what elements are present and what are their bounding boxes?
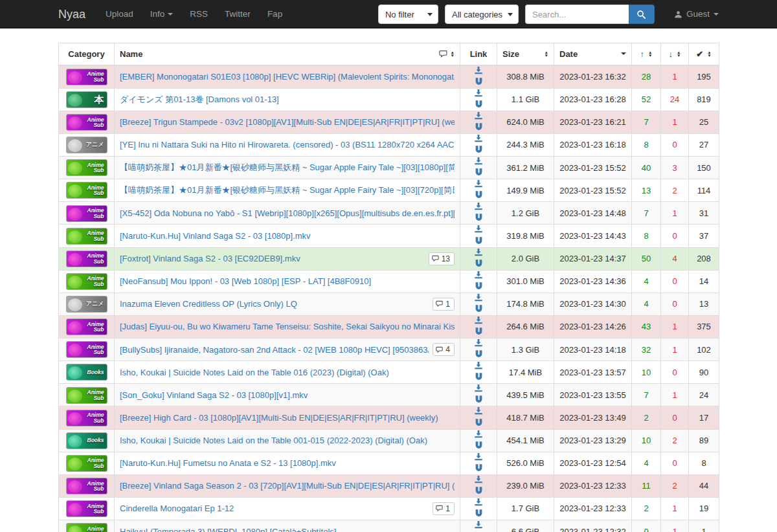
torrent-name-link[interactable]: [Breeze] Trigun Stampede - 03v2 [1080p][… bbox=[120, 117, 455, 127]
header-size[interactable]: Size▲▼ bbox=[497, 43, 554, 65]
torrent-name-link[interactable]: Isho, Koukai | Suicide Notes Laid on the… bbox=[120, 368, 455, 377]
magnet-icon[interactable] bbox=[475, 259, 483, 270]
comments-badge[interactable]: 13 bbox=[429, 252, 455, 265]
category-icon-anime-english[interactable]: Anime Sub bbox=[66, 341, 107, 358]
download-icon[interactable] bbox=[474, 520, 483, 531]
category-icon-anime-english[interactable]: Anime Sub bbox=[66, 250, 107, 267]
torrent-name-link[interactable]: ダイモンズ 第01-13巻 [Damons vol 01-13] bbox=[120, 94, 455, 105]
category-icon-anime-raw[interactable]: アニメ bbox=[66, 137, 107, 153]
magnet-icon[interactable] bbox=[475, 463, 483, 474]
comments-badge[interactable]: 1 bbox=[433, 298, 455, 311]
torrent-name-link[interactable]: Inazuma Eleven Creditless OP (Lyrics Onl… bbox=[120, 299, 429, 309]
nav-link-info[interactable]: Info bbox=[142, 0, 182, 28]
magnet-icon[interactable] bbox=[475, 441, 483, 452]
torrent-name-link[interactable]: [Son_Goku] Vinland Saga S2 - 03 [1080p][… bbox=[120, 390, 455, 400]
magnet-icon[interactable] bbox=[475, 486, 483, 497]
torrent-name-link[interactable]: Haikyu! (Temporada 3) [WEBDL 1080p] [Cat… bbox=[120, 527, 455, 532]
nav-link-fap[interactable]: Fap bbox=[259, 0, 291, 28]
header-category[interactable]: Category bbox=[59, 43, 115, 65]
category-icon-anime-raw[interactable]: アニメ bbox=[66, 296, 107, 313]
download-icon[interactable] bbox=[474, 361, 483, 372]
download-icon[interactable] bbox=[474, 338, 483, 349]
download-icon[interactable] bbox=[474, 498, 483, 509]
download-icon[interactable] bbox=[474, 293, 483, 304]
category-icon-anime-english[interactable]: Anime Sub bbox=[66, 69, 107, 85]
category-icon-anime-english[interactable]: Anime Sub bbox=[66, 318, 107, 335]
download-icon[interactable] bbox=[474, 66, 483, 77]
header-downloads[interactable]: ✔▲▼ bbox=[689, 43, 719, 65]
user-menu[interactable]: Guest bbox=[674, 0, 719, 28]
category-icon-anime-english[interactable]: Anime Sub bbox=[66, 478, 107, 494]
torrent-name-link[interactable]: [X5-452] Oda Nobuna no Yabō - S1 [Webrip… bbox=[120, 208, 455, 218]
magnet-icon[interactable] bbox=[475, 327, 483, 338]
magnet-icon[interactable] bbox=[475, 145, 483, 156]
filter-select[interactable]: No filter bbox=[378, 5, 438, 24]
download-icon[interactable] bbox=[474, 452, 483, 463]
torrent-name-link[interactable]: [Foxtrot] Vinland Saga S2 - 03 [EC92DEB9… bbox=[120, 254, 425, 263]
torrent-name-link[interactable]: [YE] Inu ni Nattara Suki na Hito ni Hiro… bbox=[120, 140, 455, 150]
category-icon-literature-english[interactable]: Books bbox=[66, 364, 107, 381]
category-icon-anime-nonenglish[interactable]: Anime Sub bbox=[66, 228, 107, 245]
magnet-icon[interactable] bbox=[475, 372, 483, 383]
nav-link-rss[interactable]: RSS bbox=[181, 0, 216, 28]
download-icon[interactable] bbox=[474, 316, 483, 327]
torrent-name-link[interactable]: 【喵萌奶茶屋】★01月新番★[银砂糖师与黑妖精 ~ Sugar Apple Fa… bbox=[120, 162, 455, 173]
magnet-icon[interactable] bbox=[475, 236, 483, 247]
download-icon[interactable] bbox=[474, 384, 483, 395]
magnet-icon[interactable] bbox=[475, 349, 483, 360]
magnet-icon[interactable] bbox=[475, 304, 483, 315]
category-icon-anime-nonenglish[interactable]: Anime Sub bbox=[66, 523, 107, 532]
magnet-icon[interactable] bbox=[475, 122, 483, 133]
download-icon[interactable] bbox=[474, 248, 483, 259]
category-icon-anime-english[interactable]: Anime Sub bbox=[66, 410, 107, 427]
torrent-name-link[interactable]: [Breeze] High Card - 03 [1080p][AV1][Mul… bbox=[120, 413, 455, 423]
header-seeders[interactable]: ↑▲▼ bbox=[632, 43, 661, 65]
category-icon-anime-nonenglish[interactable]: Anime Sub bbox=[66, 387, 107, 404]
download-icon[interactable] bbox=[474, 157, 483, 168]
category-icon-anime-nonenglish[interactable]: Anime Sub bbox=[66, 273, 107, 290]
search-button[interactable] bbox=[629, 5, 655, 24]
magnet-icon[interactable] bbox=[475, 100, 483, 111]
torrent-name-link[interactable]: Isho, Koukai | Suicide Notes Laid on the… bbox=[120, 436, 455, 445]
category-icon-literature-japanese[interactable]: 本 bbox=[66, 91, 107, 108]
category-icon-anime-english[interactable]: Anime Sub bbox=[66, 205, 107, 222]
nav-link-upload[interactable]: Upload bbox=[97, 0, 142, 28]
torrent-name-link[interactable]: [Naruto-Kun.Hu] Fumetsu no Anata e S2 - … bbox=[120, 458, 455, 468]
magnet-icon[interactable] bbox=[475, 77, 483, 88]
magnet-icon[interactable] bbox=[475, 190, 483, 201]
torrent-name-link[interactable]: [NeoFansub] Mou Ippon! - 03 [Web 1080p] … bbox=[120, 276, 455, 286]
download-icon[interactable] bbox=[474, 406, 483, 417]
magnet-icon[interactable] bbox=[475, 509, 483, 520]
magnet-icon[interactable] bbox=[475, 395, 483, 406]
category-icon-anime-nonenglish[interactable]: Anime Sub bbox=[66, 455, 107, 472]
download-icon[interactable] bbox=[474, 179, 483, 190]
category-icon-anime-english[interactable]: Anime Sub bbox=[66, 500, 107, 517]
download-icon[interactable] bbox=[474, 225, 483, 236]
search-input[interactable] bbox=[525, 5, 629, 24]
download-icon[interactable] bbox=[474, 134, 483, 145]
comments-badge[interactable]: 1 bbox=[433, 502, 455, 515]
torrent-name-link[interactable]: 【喵萌奶茶屋】★01月新番★[银砂糖师与黑妖精 ~ Sugar Apple Fa… bbox=[120, 184, 455, 196]
category-icon-anime-nonenglish[interactable]: Anime Sub bbox=[66, 159, 107, 176]
header-date[interactable]: Date bbox=[554, 43, 632, 65]
torrent-name-link[interactable]: Cinderella Monogatari Ep 1-12 bbox=[120, 504, 429, 513]
torrent-name-link[interactable]: [Naruto-Kun.Hu] Vinland Saga S2 - 03 [10… bbox=[120, 231, 455, 241]
download-icon[interactable] bbox=[474, 89, 483, 100]
magnet-icon[interactable] bbox=[475, 213, 483, 224]
torrent-name-link[interactable]: [Breeze] Vinland Saga Season 2 - 03 [720… bbox=[120, 481, 455, 491]
header-name[interactable]: Name ▲▼ bbox=[115, 43, 460, 65]
download-icon[interactable] bbox=[474, 111, 483, 122]
nav-link-twitter[interactable]: Twitter bbox=[216, 0, 259, 28]
download-icon[interactable] bbox=[474, 475, 483, 486]
download-icon[interactable] bbox=[474, 430, 483, 441]
header-leechers[interactable]: ↓▲▼ bbox=[661, 43, 689, 65]
category-icon-anime-english[interactable]: Anime Sub bbox=[66, 114, 107, 131]
download-icon[interactable] bbox=[474, 202, 483, 213]
magnet-icon[interactable] bbox=[475, 282, 483, 293]
comments-badge[interactable]: 4 bbox=[433, 343, 455, 356]
category-icon-literature-english[interactable]: Books bbox=[66, 432, 107, 449]
torrent-name-link[interactable]: [EMBER] Mononogatari S01E03 [1080p] [HEV… bbox=[120, 72, 455, 82]
category-select[interactable]: All categories bbox=[445, 5, 519, 24]
torrent-name-link[interactable]: [Judas] Eiyuu-ou, Bu wo Kiwameru Tame Te… bbox=[120, 322, 455, 331]
download-icon[interactable] bbox=[474, 271, 483, 282]
